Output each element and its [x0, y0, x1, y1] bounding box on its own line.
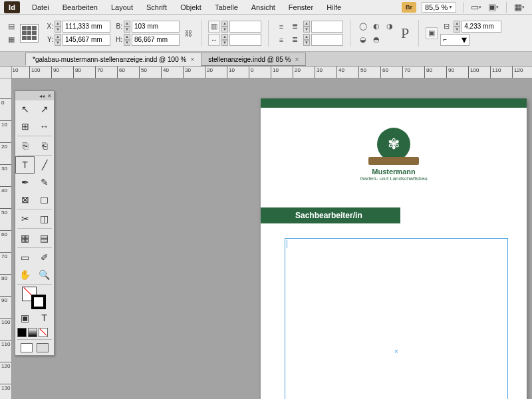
- direct-selection-tool[interactable]: ↗: [35, 100, 54, 118]
- apply-color[interactable]: [17, 328, 27, 337]
- inset-bottom-input[interactable]: [311, 34, 343, 46]
- screen-mode-icon[interactable]: ▣▾: [486, 1, 501, 13]
- vjust-top-icon[interactable]: ≡: [275, 21, 287, 33]
- zoom-level-combo[interactable]: 85,5 % ▼: [422, 2, 456, 13]
- preview-view-mode[interactable]: [37, 343, 49, 352]
- gutter-icon[interactable]: ↔: [208, 34, 220, 46]
- reference-point-grid[interactable]: [20, 24, 39, 43]
- content-placer-tool[interactable]: ⎗: [35, 137, 54, 154]
- canvas[interactable]: ✾ Mustermann Garten- und Landschaftsbau …: [12, 78, 532, 399]
- fill-stroke-swatch[interactable]: [15, 285, 54, 309]
- para-align-icon[interactable]: ▤: [5, 21, 17, 33]
- cols-stepper[interactable]: ▲▼: [221, 21, 228, 33]
- tree-icon: ✾: [388, 136, 400, 153]
- inset-bottom-stepper[interactable]: ▲▼: [303, 34, 310, 46]
- cols-input[interactable]: [229, 21, 261, 33]
- gradient-feather-tool[interactable]: ▤: [35, 229, 54, 247]
- collapse-icon[interactable]: ◂◂: [39, 93, 45, 99]
- menu-file[interactable]: Datei: [25, 1, 56, 13]
- cols-icon[interactable]: ▥: [208, 21, 220, 33]
- horizontal-ruler[interactable]: 1101009080706050403020100102030405060708…: [12, 66, 532, 78]
- type-tool[interactable]: T: [15, 156, 35, 174]
- wrap-jump-icon[interactable]: ◒: [357, 34, 369, 46]
- inset-top-stepper[interactable]: ▲▼: [303, 21, 310, 33]
- rectangle-tool[interactable]: ▢: [35, 191, 54, 208]
- free-transform-tool[interactable]: ◫: [35, 210, 54, 227]
- toolbox-header[interactable]: ◂◂ ✕: [15, 91, 54, 100]
- x-input[interactable]: 111,333 mm: [63, 21, 110, 33]
- pen-tool[interactable]: ✒: [15, 174, 35, 191]
- x-stepper[interactable]: ▲▼: [55, 21, 61, 33]
- w-input[interactable]: 103 mm: [132, 21, 180, 33]
- vjust-bottom-icon[interactable]: ≡: [275, 34, 287, 46]
- tab-label: stellenanzeige.indd @ 85 %: [208, 56, 291, 63]
- toolbox-panel[interactable]: ◂◂ ✕ ↖ ↗ ⊞ ↔ ⎘ ⎗ T ╱ ✒ ✎ ⊠ ▢ ✂ ◫ ▦ ▤ ▭ ✐: [15, 90, 55, 356]
- text-cursor: [287, 240, 287, 248]
- normal-view-mode[interactable]: [21, 343, 33, 352]
- menu-view[interactable]: Ansicht: [245, 1, 282, 13]
- selected-text-frame[interactable]: ×: [285, 238, 508, 399]
- wrap-none-icon[interactable]: ◯: [357, 21, 369, 33]
- h-input[interactable]: 86,667 mm: [132, 34, 180, 46]
- scissors-tool[interactable]: ✂: [15, 210, 35, 227]
- inset-top-input[interactable]: [311, 21, 343, 33]
- w-label: B:: [113, 23, 122, 30]
- menu-window[interactable]: Fenster: [282, 1, 320, 13]
- pencil-tool[interactable]: ✎: [35, 174, 54, 191]
- menu-edit[interactable]: Bearbeiten: [56, 1, 104, 13]
- ruler-origin[interactable]: [0, 66, 12, 78]
- menu-layout[interactable]: Layout: [104, 1, 140, 13]
- stroke-swatch[interactable]: [31, 295, 46, 309]
- bridge-button[interactable]: Br: [402, 2, 416, 13]
- vjust-justify-icon[interactable]: ≣: [289, 34, 301, 46]
- spacing-input[interactable]: 4,233 mm: [462, 21, 501, 33]
- vjust-center-icon[interactable]: ≣: [289, 21, 301, 33]
- frame-fit-icon[interactable]: ▣: [426, 27, 438, 39]
- logo-circle-icon: ✾: [377, 128, 410, 161]
- wrap-next-icon[interactable]: ◓: [370, 34, 382, 46]
- formatting-container-icon[interactable]: ▣: [15, 309, 35, 327]
- job-title-bar: Sachbearbeiter/in: [261, 207, 400, 223]
- close-icon[interactable]: ×: [295, 56, 299, 63]
- wrap-shape-icon[interactable]: ◑: [384, 21, 396, 33]
- rectangle-frame-tool[interactable]: ⊠: [15, 191, 35, 208]
- menu-object[interactable]: Objekt: [174, 1, 208, 13]
- corner-shape-combo[interactable]: ⌐ ▾: [440, 34, 469, 46]
- view-options-icon[interactable]: ▭▾: [469, 1, 483, 13]
- y-label: Y:: [44, 36, 53, 43]
- spacing-stepper[interactable]: ▲▼: [454, 21, 460, 33]
- page-header-bar: [261, 98, 527, 108]
- menu-type[interactable]: Schrift: [140, 1, 174, 13]
- hand-tool[interactable]: ✋: [15, 266, 35, 283]
- h-stepper[interactable]: ▲▼: [124, 34, 130, 46]
- selection-tool[interactable]: ↖: [15, 100, 35, 118]
- gutter-stepper[interactable]: ▲▼: [221, 34, 228, 46]
- wrap-bbox-icon[interactable]: ◐: [370, 21, 382, 33]
- w-stepper[interactable]: ▲▼: [124, 21, 130, 33]
- menu-help[interactable]: Hilfe: [320, 1, 348, 13]
- document-tab-inactive[interactable]: stellenanzeige.indd @ 85 % ×: [201, 53, 306, 66]
- line-tool[interactable]: ╱: [35, 156, 54, 174]
- constrain-link-icon[interactable]: ⛓: [182, 27, 194, 39]
- page-tool[interactable]: ⊞: [15, 118, 35, 135]
- close-icon[interactable]: ×: [190, 56, 194, 63]
- menu-table[interactable]: Tabelle: [208, 1, 245, 13]
- gutter-input[interactable]: [229, 34, 261, 46]
- gradient-swatch-tool[interactable]: ▦: [15, 229, 35, 247]
- eyedropper-tool[interactable]: ✐: [35, 249, 54, 266]
- frame-grid-icon[interactable]: ▦: [5, 34, 17, 46]
- close-icon[interactable]: ✕: [47, 93, 52, 99]
- gap-tool[interactable]: ↔: [35, 118, 54, 135]
- document-page[interactable]: ✾ Mustermann Garten- und Landschaftsbau …: [261, 98, 527, 399]
- zoom-tool[interactable]: 🔍: [35, 266, 54, 283]
- y-stepper[interactable]: ▲▼: [55, 34, 61, 46]
- formatting-text-icon[interactable]: T: [35, 309, 54, 327]
- vertical-ruler[interactable]: 0102030405060708090100110120130140: [0, 78, 12, 399]
- content-collector-tool[interactable]: ⎘: [15, 137, 35, 154]
- document-tab-active[interactable]: *galabau-mustermann-stellenanzeige.indd …: [25, 53, 201, 66]
- apply-none[interactable]: [39, 328, 48, 337]
- note-tool[interactable]: ▭: [15, 249, 35, 266]
- arrange-documents-icon[interactable]: ▦▾: [512, 1, 527, 13]
- y-input[interactable]: 145,667 mm: [63, 34, 110, 46]
- apply-gradient[interactable]: [28, 328, 37, 337]
